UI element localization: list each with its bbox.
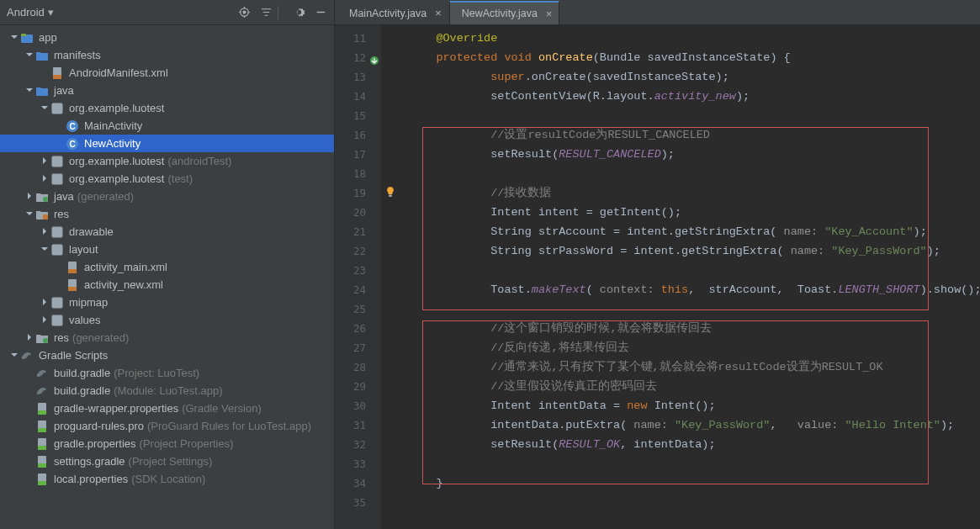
chevron-icon[interactable] <box>24 50 35 61</box>
tree-item[interactable]: res (generated) <box>0 329 334 346</box>
code-line[interactable]: } <box>409 473 980 493</box>
code-line[interactable]: //这里假设说传真正的密码回去 <box>409 377 980 396</box>
editor-tab[interactable]: CNewActivity.java× <box>449 1 560 24</box>
code-line[interactable]: String strPassWord = intent.getStringExt… <box>409 241 980 261</box>
project-sidebar: Android ▾ appmanifestsAndroidManifest.xm… <box>0 0 335 529</box>
code-line[interactable]: super.onCreate(savedInstanceState); <box>409 67 980 87</box>
code-line[interactable] <box>409 106 980 125</box>
code-line[interactable]: setResult(RESULT_OK, intentData); <box>409 435 980 454</box>
code-editor[interactable]: @Override protected void onCreate(Bundle… <box>402 25 980 529</box>
chevron-icon[interactable] <box>39 174 50 184</box>
code-line[interactable]: Intent intentData = new Intent(); <box>409 396 980 415</box>
pkg-icon <box>50 155 64 168</box>
tree-item[interactable]: org.example.luotest <box>0 99 334 117</box>
tree-item[interactable]: build.gradle (Module: LuoTest.app) <box>0 382 334 399</box>
line-number: 18 <box>335 164 381 183</box>
tree-item[interactable]: org.example.luotest (test) <box>0 170 334 188</box>
minimize-icon[interactable] <box>314 6 327 19</box>
code-line[interactable]: Intent intent = getIntent(); <box>409 203 980 222</box>
target-icon[interactable] <box>237 6 251 19</box>
tree-item[interactable]: AndroidManifest.xml <box>0 64 334 82</box>
code-line[interactable] <box>409 493 980 512</box>
line-number: 23 <box>335 261 381 280</box>
code-line[interactable]: intentData.putExtra( name: "Key_PassWord… <box>409 415 980 435</box>
tree-item[interactable]: values <box>0 311 334 329</box>
tree-label: org.example.luotest <box>69 155 164 167</box>
code-line[interactable] <box>409 299 980 319</box>
code-line[interactable]: //设置resultCode为RESULT_CANCELED <box>409 125 980 145</box>
class-icon: C <box>66 119 79 133</box>
close-icon[interactable]: × <box>435 7 442 19</box>
bulb-icon[interactable] <box>384 186 396 198</box>
tree-item[interactable]: proguard-rules.pro (ProGuard Rules for L… <box>0 417 334 435</box>
override-marker-icon[interactable] <box>369 52 379 62</box>
code-line[interactable]: setContentView(R.layout.activity_new); <box>409 87 980 106</box>
line-number: 33 <box>335 454 381 473</box>
code-line[interactable]: //接收数据 <box>409 183 980 203</box>
svg-rect-3 <box>21 34 26 36</box>
gear-icon[interactable] <box>292 6 305 19</box>
chevron-icon[interactable] <box>39 227 50 237</box>
tree-label: org.example.luotest <box>69 102 164 114</box>
tree-item[interactable]: activity_new.xml <box>0 276 334 294</box>
editor-tab[interactable]: CMainActivity.java× <box>336 1 449 24</box>
code-line[interactable] <box>409 164 980 183</box>
line-number: 25 <box>335 299 381 319</box>
svg-point-16 <box>43 197 48 202</box>
dropdown-icon[interactable]: ▾ <box>48 6 54 19</box>
tree-item[interactable]: manifests <box>0 46 334 64</box>
tree-item[interactable]: CMainActivity <box>0 117 334 135</box>
code-line[interactable]: @Override <box>409 29 980 48</box>
chevron-icon[interactable] <box>39 156 50 167</box>
tree-item[interactable]: mipmap <box>0 294 334 311</box>
code-line[interactable]: Toast.makeText( context: this, strAccoun… <box>409 280 980 299</box>
tree-item[interactable]: Gradle Scripts <box>0 346 334 364</box>
filter-icon[interactable] <box>259 6 273 19</box>
chevron-icon[interactable] <box>39 103 50 114</box>
tree-item[interactable]: layout <box>0 241 334 258</box>
project-tree[interactable]: appmanifestsAndroidManifest.xmljavaorg.e… <box>0 25 334 529</box>
code-line[interactable]: //这个窗口销毁的时候,就会将数据传回去 <box>409 319 980 338</box>
tree-item[interactable]: build.gradle (Project: LuoTest) <box>0 364 334 382</box>
tree-item[interactable]: settings.gradle (Project Settings) <box>0 452 334 470</box>
code-line[interactable] <box>409 454 980 473</box>
pfile-icon <box>35 420 49 433</box>
code-line[interactable]: setResult(RESULT_CANCELED); <box>409 145 980 164</box>
chevron-icon[interactable] <box>24 86 35 96</box>
tree-item[interactable]: local.properties (SDK Location) <box>0 470 334 488</box>
close-icon[interactable]: × <box>546 8 553 20</box>
tree-item[interactable]: CNewActivity <box>0 135 334 152</box>
tree-item[interactable]: org.example.luotest (androidTest) <box>0 152 334 170</box>
tree-item[interactable]: gradle-wrapper.properties (Gradle Versio… <box>0 399 334 417</box>
pkg-icon <box>50 314 64 327</box>
code-line[interactable] <box>409 261 980 280</box>
tree-label: activity_new.xml <box>84 278 163 291</box>
chevron-icon[interactable] <box>8 33 20 43</box>
svg-point-7 <box>56 107 59 110</box>
tree-item[interactable]: gradle.properties (Project Properties) <box>0 435 334 452</box>
tree-item[interactable]: drawable <box>0 223 334 241</box>
code-line[interactable]: protected void onCreate(Bundle savedInst… <box>409 48 980 67</box>
pfile-icon <box>35 473 49 486</box>
chevron-icon[interactable] <box>8 351 20 361</box>
code-area: 1112131415161718192021222324252627282930… <box>335 25 980 529</box>
chevron-icon[interactable] <box>24 192 35 202</box>
chevron-icon[interactable] <box>24 209 35 220</box>
line-number: 35 <box>335 493 381 512</box>
tree-item[interactable]: activity_main.xml <box>0 258 334 276</box>
tree-item[interactable]: res <box>0 205 334 223</box>
tree-item[interactable]: app <box>0 29 334 46</box>
line-number: 22 <box>335 241 381 261</box>
chevron-icon[interactable] <box>39 245 50 255</box>
code-line[interactable]: //通常来说,只有按下了某个键,就会就会将resultCode设置为RESULT… <box>409 357 980 377</box>
chevron-icon[interactable] <box>39 315 50 325</box>
chevron-icon[interactable] <box>24 333 35 343</box>
code-line[interactable]: String strAccount = intent.getStringExtr… <box>409 222 980 241</box>
sidebar-title[interactable]: Android <box>7 6 45 19</box>
chevron-icon[interactable] <box>39 298 50 308</box>
tree-item[interactable]: java (generated) <box>0 188 334 205</box>
tree-item[interactable]: java <box>0 82 334 99</box>
line-number: 14 <box>335 87 381 106</box>
code-line[interactable]: //反向传递,将结果传回去 <box>409 338 980 357</box>
editor-tabs: CMainActivity.java×CNewActivity.java× <box>335 0 980 25</box>
